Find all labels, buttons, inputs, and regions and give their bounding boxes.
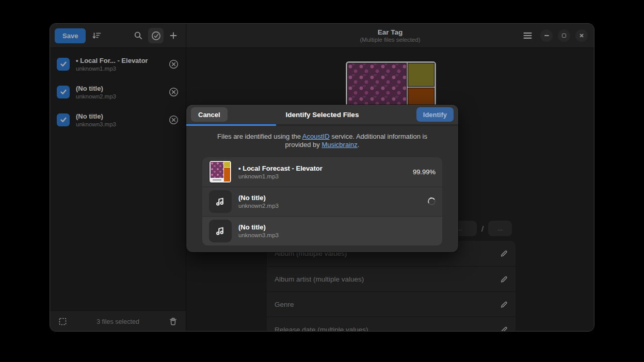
result-row[interactable]: (No title) unknown2.mp3	[202, 187, 442, 216]
result-title: Local Forecast - Elevator	[243, 164, 323, 172]
thumb-label-strip	[211, 178, 223, 182]
acoustid-link[interactable]: AcoustID	[302, 133, 330, 140]
dialog-headerbar: Identify Selected Files Cancel Identify	[186, 105, 458, 124]
music-note-tile	[209, 190, 232, 213]
loading-spinner	[427, 197, 437, 206]
thumb-orange-block	[224, 168, 230, 182]
dialog-description: Files are identified using the AcoustID …	[207, 133, 438, 150]
musicbrainz-link[interactable]: Musicbrainz	[321, 141, 357, 149]
result-album-art	[209, 160, 232, 183]
identify-results-list: • Local Forecast - Elevator unknown1.mp3…	[202, 157, 442, 245]
result-filename: unknown1.mp3	[238, 173, 413, 179]
identify-progress-fill	[186, 124, 276, 126]
music-note-tile	[209, 220, 232, 242]
result-title: (No title)	[238, 194, 428, 202]
result-filename: unknown2.mp3	[238, 203, 428, 209]
description-text: Files are identified using the	[217, 133, 302, 140]
result-filename: unknown3.mp3	[238, 232, 436, 238]
thumb-yellow-block	[224, 162, 230, 167]
description-text: .	[358, 141, 360, 149]
result-row[interactable]: (No title) unknown3.mp3	[202, 216, 442, 245]
identify-progress-bar	[186, 124, 458, 126]
result-row[interactable]: • Local Forecast - Elevator unknown1.mp3…	[202, 157, 442, 187]
cancel-button[interactable]: Cancel	[191, 107, 228, 122]
identify-button[interactable]: Identify	[416, 107, 454, 122]
confidence-value: 99.99%	[413, 168, 436, 176]
music-note-icon	[214, 195, 227, 208]
thumb-pattern	[211, 162, 223, 178]
result-title: (No title)	[238, 223, 436, 231]
music-note-icon	[214, 225, 227, 237]
identify-dialog: Identify Selected Files Cancel Identify …	[186, 105, 458, 252]
modified-indicator: •	[238, 164, 241, 172]
